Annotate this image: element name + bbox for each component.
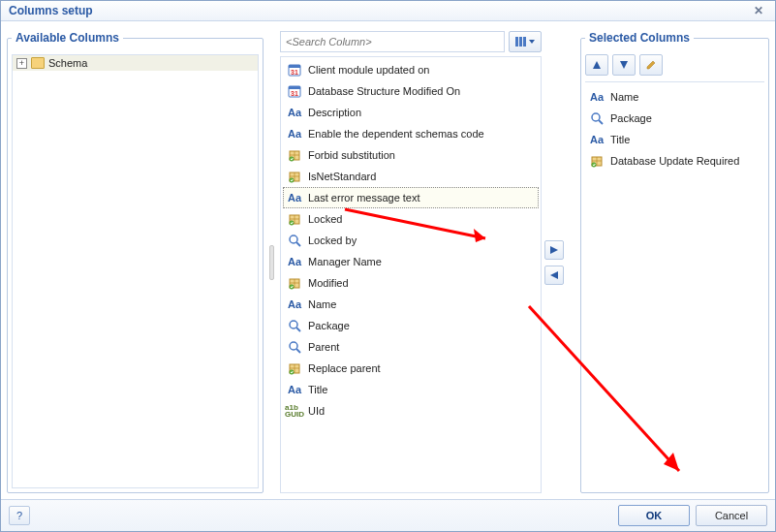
- list-item[interactable]: IsNetStandard: [283, 166, 539, 187]
- list-item[interactable]: AaName: [283, 294, 539, 315]
- expand-icon[interactable]: +: [16, 58, 27, 69]
- svg-rect-2: [523, 37, 526, 47]
- list-item-label: Enable the dependent schemas code: [308, 128, 484, 140]
- close-icon[interactable]: ✕: [750, 4, 767, 17]
- folder-icon: [31, 57, 45, 69]
- text-icon: Aa: [287, 190, 302, 205]
- list-item[interactable]: Locked: [283, 208, 539, 230]
- list-item-label: Manager Name: [308, 256, 382, 267]
- list-item[interactable]: AaEnable the dependent schemas code: [283, 123, 539, 144]
- magnifier-icon: [287, 339, 302, 355]
- list-item-label: Name: [610, 91, 638, 103]
- move-down-button[interactable]: [612, 54, 636, 76]
- cancel-button[interactable]: Cancel: [696, 505, 767, 526]
- package-icon: [287, 360, 302, 376]
- list-item-label: Last error message text: [308, 192, 420, 203]
- text-icon: Aa: [589, 132, 605, 147]
- list-item-label: Database Structure Modified On: [308, 85, 460, 97]
- list-item[interactable]: Parent: [283, 336, 539, 358]
- svg-rect-1: [519, 37, 522, 47]
- list-item[interactable]: a1bGUIDUId: [283, 400, 539, 422]
- move-up-button[interactable]: [585, 54, 608, 76]
- svg-point-31: [592, 113, 600, 121]
- available-columns-list[interactable]: 31Client module updated on31Database Str…: [280, 56, 542, 493]
- list-item[interactable]: AaTitle: [283, 379, 539, 400]
- selected-columns-list[interactable]: AaNamePackageAaTitleDatabase Update Requ…: [585, 81, 764, 172]
- svg-point-20: [290, 321, 297, 329]
- columns-setup-dialog: Columns setup ✕ Available Columns + Sche…: [0, 0, 776, 532]
- tree-root-row[interactable]: + Schema: [13, 55, 258, 71]
- svg-line-32: [599, 120, 603, 124]
- svg-rect-5: [289, 65, 300, 68]
- selected-columns-panel: Selected Columns AaNamePackageAaTitleDat…: [580, 31, 769, 493]
- schema-tree[interactable]: + Schema: [12, 54, 259, 488]
- package-icon: [287, 275, 302, 291]
- list-item-label: Database Update Required: [610, 155, 739, 167]
- splitter-left[interactable]: [269, 31, 274, 493]
- view-options-button[interactable]: [509, 31, 542, 52]
- selected-columns-title: Selected Columns: [585, 31, 694, 45]
- list-item-label: Package: [308, 320, 350, 331]
- picker-toolbar: [280, 31, 542, 52]
- list-item-label: Locked by: [308, 235, 357, 246]
- list-item[interactable]: 31Database Structure Modified On: [283, 80, 539, 102]
- svg-line-23: [296, 349, 300, 353]
- list-item-label: Replace parent: [308, 362, 381, 374]
- list-item-label: Parent: [308, 341, 339, 353]
- svg-line-17: [296, 242, 300, 246]
- edit-button[interactable]: [639, 54, 663, 76]
- list-item[interactable]: Locked by: [283, 230, 539, 251]
- pencil-icon: [646, 60, 656, 70]
- list-item-label: Locked: [308, 213, 342, 225]
- window-title: Columns setup: [9, 4, 93, 17]
- search-input[interactable]: [280, 31, 505, 52]
- titlebar: Columns setup ✕: [1, 1, 775, 21]
- list-item-label: Forbid substitution: [308, 149, 395, 161]
- svg-marker-3: [529, 40, 535, 44]
- svg-rect-0: [515, 37, 518, 47]
- columns-icon: [515, 37, 527, 47]
- svg-rect-8: [289, 86, 300, 89]
- list-item-label: Name: [308, 298, 336, 310]
- list-item[interactable]: AaLast error message text: [283, 187, 539, 208]
- guid-icon: a1bGUID: [287, 403, 302, 419]
- list-item[interactable]: 31Client module updated on: [283, 59, 539, 80]
- available-columns-title: Available Columns: [12, 31, 123, 45]
- text-icon: Aa: [287, 297, 302, 312]
- list-item-label: IsNetStandard: [308, 171, 376, 182]
- svg-marker-28: [593, 61, 601, 69]
- calendar-icon: 31: [287, 83, 302, 99]
- dialog-footer: ? OK Cancel: [1, 499, 775, 531]
- list-item-label: Description: [308, 107, 361, 118]
- package-icon: [589, 153, 605, 169]
- splitter-right[interactable]: [547, 31, 574, 493]
- arrow-down-icon: [620, 61, 628, 69]
- list-item[interactable]: Package: [585, 108, 764, 129]
- available-columns-panel: Available Columns + Schema: [7, 31, 264, 493]
- svg-text:31: 31: [291, 69, 298, 76]
- list-item[interactable]: Forbid substitution: [283, 144, 539, 166]
- list-item[interactable]: Modified: [283, 272, 539, 294]
- help-button[interactable]: ?: [9, 506, 30, 525]
- help-icon: ?: [16, 510, 22, 521]
- text-icon: Aa: [287, 105, 302, 120]
- list-item[interactable]: AaDescription: [283, 102, 539, 123]
- selected-toolbar: [585, 54, 764, 81]
- list-item[interactable]: AaName: [585, 86, 764, 108]
- list-item[interactable]: Database Update Required: [585, 150, 764, 172]
- list-item[interactable]: Replace parent: [283, 358, 539, 379]
- text-icon: Aa: [589, 89, 605, 105]
- columns-picker-panel: 31Client module updated on31Database Str…: [280, 31, 542, 493]
- list-item[interactable]: AaTitle: [585, 129, 764, 150]
- arrow-up-icon: [593, 61, 601, 69]
- list-item[interactable]: Package: [283, 315, 539, 336]
- list-item-label: Package: [610, 112, 652, 124]
- list-item-label: Modified: [308, 277, 349, 289]
- tree-root-label: Schema: [48, 57, 87, 69]
- text-icon: Aa: [287, 254, 302, 269]
- ok-button[interactable]: OK: [618, 505, 690, 526]
- svg-line-21: [296, 328, 300, 331]
- svg-text:31: 31: [291, 90, 298, 97]
- text-icon: Aa: [287, 382, 302, 397]
- list-item[interactable]: AaManager Name: [283, 251, 539, 272]
